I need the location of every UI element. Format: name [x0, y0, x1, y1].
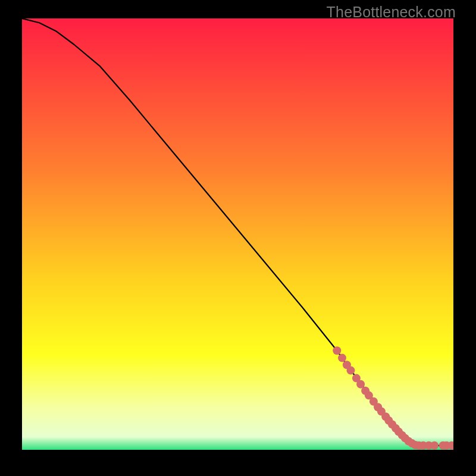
marker-point: [333, 346, 341, 355]
chart-svg: [22, 18, 453, 450]
marker-point: [347, 367, 355, 375]
gradient-background: [22, 18, 453, 450]
plot-area: [22, 18, 453, 450]
watermark-text: TheBottleneck.com: [327, 4, 456, 21]
marker-point: [430, 441, 439, 450]
chart-stage: TheBottleneck.com: [0, 0, 476, 476]
marker-point: [338, 354, 346, 362]
